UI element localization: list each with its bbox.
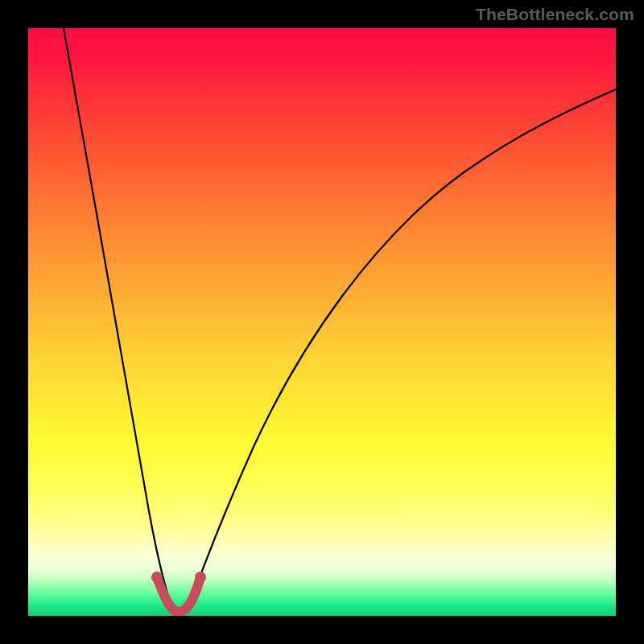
plot-area — [28, 28, 616, 616]
chart-frame: TheBottleneck.com — [0, 0, 644, 644]
curve-layer — [28, 28, 616, 616]
right-curve — [188, 89, 616, 609]
bottom-connector — [157, 577, 200, 612]
watermark-text: TheBottleneck.com — [476, 5, 634, 24]
connector-dot-right — [195, 572, 206, 583]
left-curve — [64, 28, 173, 609]
connector-dot-left — [151, 572, 163, 583]
